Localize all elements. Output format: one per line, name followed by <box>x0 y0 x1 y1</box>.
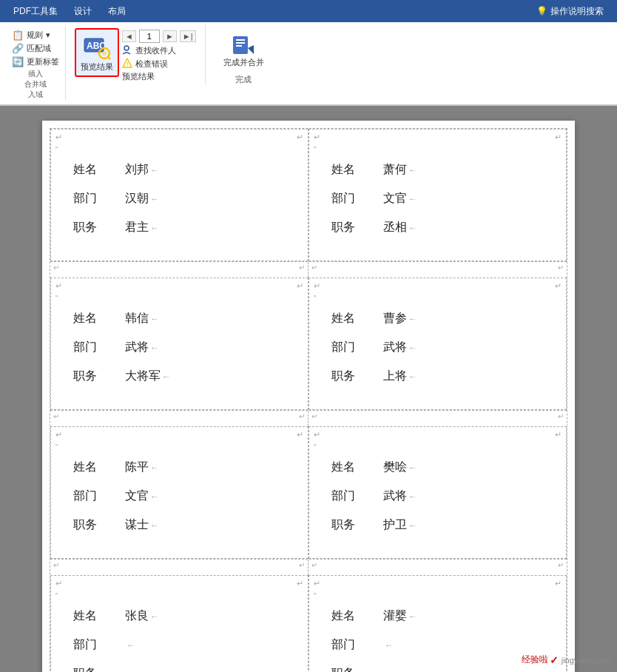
nav-next-btn[interactable]: ► <box>163 30 177 42</box>
field-arrow: ← <box>408 314 417 324</box>
check-errors-btn[interactable]: ! 检查错误 <box>122 58 196 70</box>
complete-group-label: 完成 <box>235 74 252 85</box>
card-field-1: 部门武将← <box>331 340 551 355</box>
field-value: 陈平 <box>125 460 149 475</box>
field-arrow: ← <box>408 194 417 204</box>
card-field-0: 姓名陈平← <box>73 460 293 475</box>
find-recipient-btn[interactable]: 查找收件人 <box>122 44 196 56</box>
ribbon-search-area[interactable]: 💡 操作说明搜索 <box>529 2 611 21</box>
field-label: 部门 <box>73 191 110 206</box>
nav-prev-btn[interactable]: ◄ <box>122 30 136 42</box>
card-field-0: 姓名樊哙← <box>331 460 551 475</box>
card-field-2: 职务君主← <box>73 220 293 235</box>
rules-label: 规则 <box>27 30 43 41</box>
card-6: ↵↵"姓名樊哙←部门武将←职务护卫← <box>308 426 567 559</box>
card-quote: " <box>55 592 58 600</box>
preview-results-button[interactable]: ABC 预览结果 <box>75 28 119 77</box>
field-label: 职务 <box>73 517 110 533</box>
field-label: 职务 <box>73 666 110 672</box>
svg-rect-8 <box>236 39 245 41</box>
nav-last-btn[interactable]: ►| <box>180 30 196 42</box>
card-corner-tr: ↵ <box>555 430 562 440</box>
page-number-input[interactable] <box>139 30 160 43</box>
field-label: 部门 <box>331 340 368 355</box>
card-corner-tl: ↵ <box>314 132 320 142</box>
watermark-site: jingyanla.com <box>562 656 611 665</box>
ribbon-group-preview: ABC 预览结果 ◄ ► ►| <box>66 25 206 84</box>
field-label: 姓名 <box>331 162 368 178</box>
field-label: 职务 <box>73 369 110 384</box>
field-value: 谋士 <box>125 517 149 533</box>
card-corner-tr: ↵ <box>297 430 303 440</box>
match-label: 匹配域 <box>27 43 51 54</box>
preview-results-small-label: 预览结果 <box>122 71 196 82</box>
ribbon-search-label: 操作说明搜索 <box>550 5 604 18</box>
field-label: 姓名 <box>73 608 110 624</box>
tab-layout[interactable]: 布局 <box>101 0 133 22</box>
insert-match-btn[interactable]: 🔗 匹配域 <box>12 43 59 54</box>
field-label: 部门 <box>73 488 110 504</box>
nav-area: ◄ ► ►| 查找收件人 <box>122 28 196 82</box>
card-field-1: 部门← <box>331 637 551 653</box>
field-arrow: ← <box>408 491 417 502</box>
field-label: 职务 <box>331 369 368 384</box>
svg-line-3 <box>108 57 110 59</box>
field-arrow: ← <box>150 223 159 233</box>
card-fields: 姓名张良←部门←职务← <box>73 608 293 672</box>
ribbon-group-insert: 📋 规则▾ 🔗 匹配域 🔄 更新标签 插入 合并域 入域 <box>6 25 66 100</box>
insert-rules-btn[interactable]: 📋 规则▾ <box>12 30 59 41</box>
nav-row: ◄ ► ►| <box>122 30 196 43</box>
card-corner-tl: ↵ <box>314 579 320 588</box>
complete-merge-icon <box>232 33 255 57</box>
card-field-2: 职务← <box>331 666 551 672</box>
card-grid: ↵↵"姓名刘邦←部门汉朝←职务君主←↵↵"姓名萧何←部门文官←职务丞相←↵↵↵↵… <box>50 128 567 672</box>
card-quote: " <box>314 443 317 451</box>
field-label: 职务 <box>331 220 368 235</box>
card-quote: " <box>55 295 58 303</box>
card-quote: " <box>314 295 317 303</box>
tab-pdf-tools[interactable]: PDF工具集 <box>6 0 65 22</box>
field-value: 张良 <box>125 608 149 624</box>
nav-small-items: 查找收件人 ! 检查错误 预览结果 <box>122 44 196 82</box>
tab-design[interactable]: 设计 <box>67 0 99 22</box>
insert-group-content: 📋 规则▾ 🔗 匹配域 🔄 更新标签 <box>12 25 59 67</box>
insert-update-btn[interactable]: 🔄 更新标签 <box>12 56 59 67</box>
card-4: ↵↵"姓名曹参←部门武将←职务上将← <box>308 278 567 410</box>
card-row-separator: ↵↵↵↵ <box>50 261 567 278</box>
field-arrow: ← <box>408 223 417 233</box>
field-arrow: ← <box>150 463 159 473</box>
field-arrow: ← <box>150 611 159 622</box>
field-value: 萧何 <box>383 162 407 178</box>
card-field-2: 职务谋士← <box>73 517 293 533</box>
insert-items: 📋 规则▾ 🔗 匹配域 🔄 更新标签 <box>12 28 59 67</box>
rules-icon: 📋 <box>12 30 24 41</box>
card-fields: 姓名曹参←部门武将←职务上将← <box>331 311 551 384</box>
card-corner-tr: ↵ <box>297 281 303 291</box>
field-label: 职务 <box>331 517 368 533</box>
complete-merge-button[interactable]: 完成并合并 <box>218 28 270 73</box>
svg-point-4 <box>102 51 107 56</box>
field-label: 部门 <box>73 340 110 355</box>
field-value: 武将 <box>383 488 407 504</box>
field-arrow: ← <box>408 372 417 382</box>
field-value: 韩信 <box>125 311 149 326</box>
card-fields: 姓名韩信←部门武将←职务大将军← <box>73 311 293 384</box>
check-errors-icon: ! <box>122 58 132 70</box>
find-recipient-icon <box>122 44 132 56</box>
card-row-separator: ↵↵↵↵ <box>50 559 567 575</box>
document-page: ↵↵"姓名刘邦←部门汉朝←职务君主←↵↵"姓名萧何←部门文官←职务丞相←↵↵↵↵… <box>42 121 575 672</box>
field-value: 君主 <box>125 220 149 235</box>
document-area: ↵↵"姓名刘邦←部门汉朝←职务君主←↵↵"姓名萧何←部门文官←职务丞相←↵↵↵↵… <box>0 106 617 672</box>
preview-results-label: 预览结果 <box>81 62 113 72</box>
search-lightbulb-icon: 💡 <box>536 6 547 16</box>
field-label: 姓名 <box>331 608 368 624</box>
ribbon-tabs-bar: PDF工具集 设计 布局 💡 操作说明搜索 <box>0 0 617 22</box>
card-7: ↵↵"姓名张良←部门←职务← <box>50 575 308 672</box>
card-field-1: 部门武将← <box>73 340 293 355</box>
field-arrow: ← <box>150 343 159 353</box>
svg-text:ABC: ABC <box>87 41 106 51</box>
field-arrow: ← <box>150 314 159 324</box>
field-value: 武将 <box>383 340 407 355</box>
complete-group-content: 完成并合并 <box>218 25 270 73</box>
complete-merge-label: 完成并合并 <box>223 57 264 68</box>
